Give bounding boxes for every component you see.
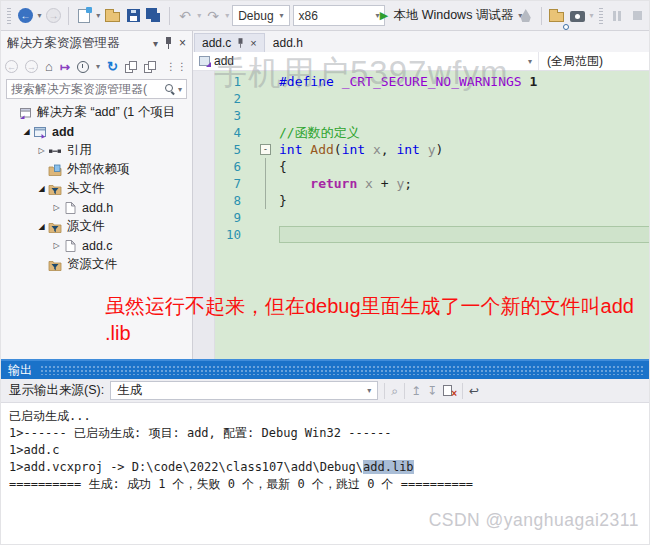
code-text: } (279, 192, 650, 209)
output-source-dropdown[interactable]: 生成 ▾ (110, 381, 378, 400)
pause-button[interactable] (608, 5, 626, 27)
hot-reload-button[interactable] (517, 5, 535, 27)
twisty-expanded-icon[interactable]: ◢ (20, 127, 33, 136)
goto-next-message-icon[interactable]: ↧ (427, 385, 437, 397)
collapse-box-icon[interactable]: - (260, 144, 271, 155)
new-project-button[interactable] (75, 5, 93, 27)
show-all-files-icon[interactable] (125, 61, 137, 73)
screenshot-button[interactable] (569, 5, 587, 27)
chevron-down-icon: ▾ (367, 386, 371, 395)
code-line-1[interactable]: 1#define _CRT_SECURE_NO_WARNINGS 1 (215, 73, 650, 90)
chevron-down-icon[interactable]: ▾ (178, 85, 182, 94)
tree-item-label: 引用 (67, 142, 92, 159)
hot-reload-icon (521, 9, 531, 22)
tree-item--[interactable]: 外部依赖项 (1, 160, 192, 179)
new-project-caret-icon[interactable]: ▾ (96, 11, 100, 20)
redo-caret-icon[interactable]: ▾ (225, 11, 229, 20)
sync-active-document-icon[interactable]: ↦ (60, 60, 70, 74)
tree-item--[interactable]: 资源文件 (1, 255, 192, 274)
tree-item--[interactable]: ◢源文件 (1, 217, 192, 236)
find-message-icon[interactable]: ⌕ (391, 385, 398, 397)
line-number: 6 (215, 158, 247, 175)
collapse-all-icon[interactable] (144, 61, 156, 73)
project-scope-value: add (214, 54, 234, 68)
selected-text: add.lib (363, 460, 414, 474)
outlining-margin (247, 209, 279, 226)
code-line-6[interactable]: 6{ (215, 158, 650, 175)
code-line-4[interactable]: 4//函数的定义 (215, 124, 650, 141)
tab-add-h[interactable]: add.h (266, 33, 310, 52)
line-number: 8 (215, 192, 247, 209)
forward-icon[interactable]: → (25, 60, 38, 73)
start-debugging-button[interactable]: ▶ 本地 Windows 调试器 ▾ (388, 5, 513, 27)
tree-item-label: 外部依赖项 (67, 161, 130, 178)
open-folder-icon (105, 12, 120, 22)
stop-icon (633, 11, 642, 20)
undo-button[interactable]: ↶ (176, 5, 194, 27)
save-all-button[interactable] (145, 5, 163, 27)
back-button[interactable]: ← (16, 5, 34, 27)
code-line-8[interactable]: 8} (215, 192, 650, 209)
project-scope-dropdown[interactable]: add ▾ (193, 52, 539, 70)
tree-item--add-1-[interactable]: 解决方案 “add” (1 个项目 (1, 103, 192, 122)
twisty-expanded-icon[interactable]: ◢ (35, 184, 48, 193)
pin-icon[interactable] (164, 37, 173, 49)
code-line-5[interactable]: 5-int Add(int x, int y) (215, 141, 650, 158)
window-menu-caret-icon[interactable]: ▾ (153, 38, 158, 49)
toolbar-separator (68, 7, 69, 25)
tree-item-add.c[interactable]: ▷add.c (1, 236, 192, 255)
twisty-expanded-icon[interactable]: ◢ (35, 222, 48, 231)
outlining-guide (265, 158, 266, 175)
clear-all-icon[interactable]: × (443, 384, 456, 397)
undo-caret-icon[interactable]: ▾ (197, 11, 201, 20)
pending-changes-filter-icon[interactable] (77, 61, 89, 73)
overflow-icon[interactable]: ⋮⋮ (166, 61, 188, 72)
forward-button[interactable]: → (44, 5, 62, 27)
stop-button[interactable] (629, 5, 647, 27)
tab-label: add.c (202, 36, 231, 50)
output-source-label: 显示输出来源(S): (9, 382, 104, 399)
redo-button[interactable]: ↷ (204, 5, 222, 27)
dependencies-icon (48, 163, 64, 177)
output-titlebar[interactable]: 输出 (1, 361, 650, 379)
tree-item-add.h[interactable]: ▷add.h (1, 198, 192, 217)
back-history-caret-icon[interactable]: ▾ (37, 11, 41, 20)
solution-search-input[interactable] (11, 82, 162, 96)
code-line-7[interactable]: 7 return x + y; (215, 175, 650, 192)
toolbar-grip[interactable] (7, 8, 11, 24)
search-icon[interactable] (165, 84, 175, 94)
code-text (279, 107, 650, 124)
chevron-down-icon[interactable]: ▾ (96, 62, 100, 71)
twisty-collapsed-icon[interactable]: ▷ (35, 146, 48, 155)
file-icon (63, 239, 79, 253)
code-line-9[interactable]: 9 (215, 209, 650, 226)
twisty-collapsed-icon[interactable]: ▷ (50, 241, 63, 250)
save-button[interactable] (124, 5, 142, 27)
open-file-button[interactable] (103, 5, 121, 27)
code-line-2[interactable]: 2 (215, 90, 650, 107)
platform-dropdown[interactable]: x86 ▾ (293, 5, 386, 26)
configuration-dropdown[interactable]: Debug ▾ (232, 5, 289, 26)
chevron-down-icon[interactable]: ▾ (590, 11, 594, 20)
main-toolbar: ← ▾ → ▾ ↶ ▾ ↷ ▾ Debug ▾ x86 ▾ ▶ 本地 Windo… (1, 1, 650, 31)
annotation-line-2: .lib (105, 320, 647, 347)
tree-item--[interactable]: ▷引用 (1, 141, 192, 160)
code-line-10[interactable]: 10 (215, 226, 650, 243)
close-icon[interactable]: × (250, 37, 256, 49)
tree-item-add[interactable]: ◢add (1, 122, 192, 141)
tab-add-c[interactable]: add.c × (194, 33, 265, 52)
toolbar-grip[interactable] (599, 8, 603, 24)
toggle-word-wrap-icon[interactable]: ↩ (469, 385, 479, 397)
tree-item-label: 源文件 (67, 218, 105, 235)
close-icon[interactable]: × (179, 36, 186, 50)
global-scope-dropdown[interactable]: (全局范围) (539, 52, 650, 70)
twisty-collapsed-icon[interactable]: ▷ (50, 203, 63, 212)
code-line-3[interactable]: 3 (215, 107, 650, 124)
back-icon[interactable]: ← (5, 60, 18, 73)
find-in-files-button[interactable] (548, 5, 566, 27)
pin-icon[interactable] (237, 38, 244, 48)
tree-item--[interactable]: ◢头文件 (1, 179, 192, 198)
home-icon[interactable]: ⌂ (45, 59, 53, 74)
goto-previous-message-icon[interactable]: ↥ (411, 385, 421, 397)
refresh-icon[interactable]: ↻ (107, 59, 118, 74)
